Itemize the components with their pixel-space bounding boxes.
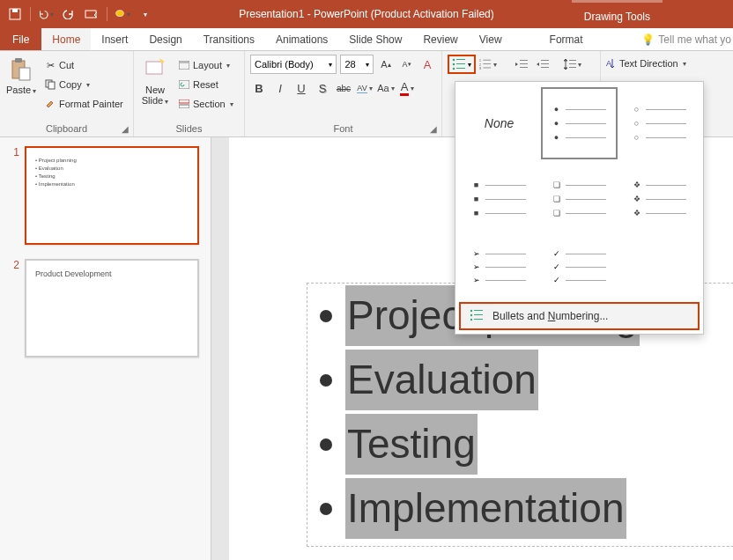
bullets-button[interactable]: ▾ bbox=[448, 55, 476, 74]
svg-rect-35 bbox=[569, 67, 576, 68]
clear-formatting-icon[interactable]: A bbox=[418, 55, 436, 73]
section-icon bbox=[178, 98, 190, 110]
tab-slideshow[interactable]: Slide Show bbox=[338, 28, 412, 50]
paste-button[interactable]: Paste bbox=[5, 55, 37, 113]
bullets-option-check[interactable]: ✓ ✓ ✓ bbox=[541, 240, 618, 293]
section-button[interactable]: Section bbox=[174, 95, 237, 113]
new-slide-button[interactable]: New Slide bbox=[139, 55, 171, 113]
tab-format[interactable]: Format bbox=[539, 28, 594, 50]
slide-thumbnail-1[interactable]: • Project planning • Evaluation • Testin… bbox=[25, 146, 199, 245]
svg-text:2: 2 bbox=[479, 63, 481, 67]
new-slide-label: New Slide bbox=[139, 85, 171, 107]
decrease-font-icon[interactable]: A▾ bbox=[398, 55, 416, 73]
svg-rect-6 bbox=[19, 68, 30, 80]
qat-more-icon[interactable]: ▾ bbox=[137, 6, 153, 22]
svg-point-3 bbox=[116, 11, 124, 17]
svg-rect-32 bbox=[541, 67, 549, 68]
svg-point-17 bbox=[453, 63, 455, 66]
numbering-button[interactable]: 123 bbox=[479, 55, 497, 73]
decrease-indent-icon[interactable] bbox=[513, 55, 530, 73]
clipboard-launcher[interactable]: ◢ bbox=[120, 124, 130, 135]
bullets-option-circle[interactable]: ○ ○ ○ bbox=[621, 87, 698, 159]
copy-button[interactable]: Copy bbox=[41, 76, 127, 93]
bullets-option-disc[interactable]: ● ● ● bbox=[541, 87, 618, 159]
svg-rect-14 bbox=[179, 105, 189, 108]
svg-rect-2 bbox=[85, 11, 96, 18]
copy-icon bbox=[44, 78, 56, 91]
increase-indent-icon[interactable] bbox=[534, 55, 552, 73]
svg-rect-26 bbox=[483, 68, 491, 69]
bullets-option-square[interactable]: ■ ■ ■ bbox=[461, 163, 537, 235]
bullets-option-hollow-square[interactable]: ❏ ❏ ❏ bbox=[541, 163, 618, 235]
svg-rect-1 bbox=[12, 9, 18, 12]
thumb-number-2: 2 bbox=[9, 259, 19, 357]
bullet-item-3[interactable]: Testing bbox=[345, 414, 478, 475]
cut-button[interactable]: ✂Cut bbox=[41, 56, 127, 74]
tab-view[interactable]: View bbox=[469, 28, 513, 50]
layout-button[interactable]: Layout bbox=[174, 56, 237, 74]
text-direction-button[interactable]: A Text Direction bbox=[601, 55, 690, 72]
svg-rect-40 bbox=[474, 314, 483, 315]
window-title: Presentation1 - PowerPoint (Product Acti… bbox=[239, 8, 493, 20]
brush-icon bbox=[44, 98, 56, 110]
layout-icon bbox=[178, 59, 190, 71]
tell-me-label: Tell me what yo bbox=[658, 33, 731, 46]
increase-font-icon[interactable]: A▴ bbox=[377, 55, 395, 73]
tab-animations[interactable]: Animations bbox=[265, 28, 338, 50]
svg-point-41 bbox=[470, 319, 472, 321]
reset-button[interactable]: Reset bbox=[174, 76, 237, 93]
paste-label: Paste bbox=[5, 85, 37, 97]
tab-insert[interactable]: Insert bbox=[91, 28, 138, 50]
change-case-button[interactable]: Aa bbox=[377, 79, 395, 97]
font-group-label: Font bbox=[245, 121, 441, 136]
contextual-tab-label[interactable]: Drawing Tools bbox=[572, 0, 663, 28]
svg-point-19 bbox=[453, 68, 455, 70]
svg-text:1: 1 bbox=[479, 59, 481, 63]
redo-icon[interactable] bbox=[61, 6, 77, 22]
bold-button[interactable]: B bbox=[250, 79, 268, 97]
tab-design[interactable]: Design bbox=[138, 28, 192, 50]
svg-point-39 bbox=[470, 314, 472, 316]
shape-fill-quick-icon[interactable] bbox=[115, 6, 130, 22]
bullets-option-diamond[interactable]: ❖ ❖ ❖ bbox=[621, 163, 698, 235]
svg-text:3: 3 bbox=[479, 67, 481, 70]
format-painter-button[interactable]: Format Painter bbox=[41, 95, 127, 113]
slide-thumbnail-2[interactable]: Product Development bbox=[25, 259, 199, 357]
font-color-button[interactable]: A bbox=[398, 79, 416, 97]
tab-file[interactable]: File bbox=[0, 28, 41, 50]
strikethrough-button[interactable]: abc bbox=[335, 79, 352, 97]
bullets-option-arrow[interactable]: ➢ ➢ ➢ bbox=[461, 240, 537, 293]
line-spacing-icon[interactable] bbox=[564, 55, 581, 73]
clipboard-group-label: Clipboard bbox=[0, 121, 133, 136]
svg-rect-9 bbox=[146, 62, 162, 74]
svg-rect-30 bbox=[541, 60, 549, 61]
underline-button[interactable]: U bbox=[292, 79, 310, 97]
bullet-item-2[interactable]: Evaluation bbox=[345, 350, 538, 410]
undo-icon[interactable] bbox=[38, 6, 54, 22]
bullets-and-numbering-menu-item[interactable]: Bullets and Numbering... bbox=[459, 302, 700, 330]
svg-rect-22 bbox=[483, 60, 491, 61]
start-from-beginning-icon[interactable] bbox=[84, 6, 100, 22]
tab-transitions[interactable]: Transitions bbox=[193, 28, 265, 50]
tab-home[interactable]: Home bbox=[41, 28, 91, 50]
tell-me-search[interactable]: 💡 Tell me what yo bbox=[641, 28, 733, 50]
bullet-item-4[interactable]: Implementation bbox=[345, 478, 626, 539]
font-name-combo[interactable]: Calibri (Body)▾ bbox=[250, 55, 337, 74]
tab-review[interactable]: Review bbox=[412, 28, 468, 50]
bullets-numbering-label: Bullets and Numbering... bbox=[492, 310, 608, 322]
svg-rect-5 bbox=[15, 58, 22, 63]
svg-rect-16 bbox=[456, 59, 465, 60]
save-icon[interactable] bbox=[7, 6, 23, 22]
scissors-icon: ✂ bbox=[44, 59, 56, 71]
font-launcher[interactable]: ◢ bbox=[428, 124, 439, 135]
bullets-option-none[interactable]: None bbox=[461, 87, 537, 159]
new-slide-icon bbox=[139, 55, 171, 85]
font-size-combo[interactable]: 28▾ bbox=[340, 55, 374, 74]
char-spacing-button[interactable]: AV bbox=[356, 79, 374, 97]
bullets-dropdown: None ● ● ● ○ ○ ○ ■ ■ ■ ❏ ❏ ❏ ❖ ❖ ❖ ➢ bbox=[455, 81, 704, 335]
shadow-button[interactable]: S bbox=[314, 79, 331, 97]
svg-rect-29 bbox=[520, 67, 528, 68]
svg-rect-11 bbox=[180, 62, 189, 63]
italic-button[interactable]: I bbox=[271, 79, 289, 97]
thumb-number-1: 1 bbox=[9, 146, 19, 245]
